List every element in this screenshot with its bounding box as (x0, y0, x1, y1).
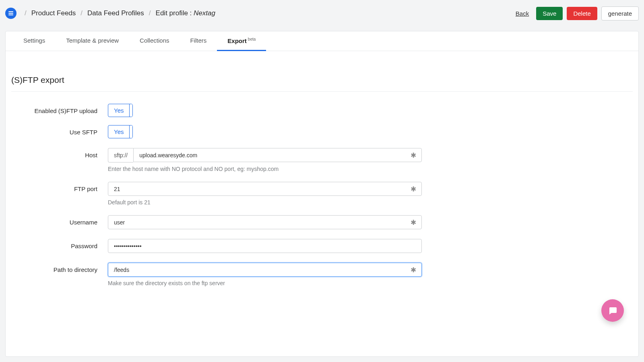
tab-export-badge: beta (248, 37, 256, 41)
tab-settings[interactable]: Settings (13, 31, 56, 51)
path-input[interactable] (108, 263, 422, 277)
chat-icon (608, 306, 617, 315)
label-path: Path to directory (7, 263, 108, 273)
label-username: Username (7, 215, 108, 226)
breadcrumb-current-label: Edit profile : (156, 9, 194, 17)
help-fab[interactable] (601, 299, 624, 322)
label-host: Host (7, 148, 108, 158)
tabs: Settings Template & preview Collections … (6, 31, 638, 51)
host-group: sftp:// ✱ (108, 148, 422, 162)
label-use-sftp: Use SFTP (7, 125, 108, 136)
generate-button[interactable]: generate (601, 6, 639, 21)
tab-export-label: Export (227, 37, 247, 44)
back-link[interactable]: Back (516, 10, 529, 17)
port-input[interactable] (108, 182, 422, 196)
tab-collections[interactable]: Collections (129, 31, 180, 51)
section-sftp-export: (S)FTP export Enabled (S)FTP upload Yes … (6, 51, 638, 286)
breadcrumb-current-value: Nextag (194, 9, 215, 17)
row-username: Username ✱ (7, 215, 637, 229)
toggle-enabled[interactable]: Yes (108, 104, 133, 117)
header: / Product Feeds / Data Feed Profiles / E… (5, 5, 639, 21)
host-prefix: sftp:// (108, 148, 133, 162)
breadcrumb-sep: / (80, 9, 83, 17)
toggle-enabled-value: Yes (108, 107, 129, 114)
path-helper: Make sure the directory exists on the ft… (108, 280, 430, 286)
breadcrumb-sep: / (149, 9, 151, 17)
section-divider (11, 91, 633, 92)
row-path: Path to directory ✱ Make sure the direct… (7, 263, 637, 286)
toggle-handle (129, 104, 132, 117)
breadcrumb: / Product Feeds / Data Feed Profiles / E… (25, 9, 215, 17)
row-host: Host sftp:// ✱ Enter the host name with … (7, 148, 637, 172)
breadcrumb-item-data-feed-profiles[interactable]: Data Feed Profiles (87, 9, 144, 17)
delete-button[interactable]: Delete (567, 7, 597, 20)
label-password: Password (7, 239, 108, 249)
password-input[interactable] (108, 239, 422, 253)
breadcrumb-current: Edit profile : Nextag (156, 9, 215, 17)
header-right: Back Save Delete generate (516, 6, 639, 21)
breadcrumb-sep: / (25, 9, 27, 17)
tab-export[interactable]: Exportbeta (217, 31, 266, 51)
host-helper: Enter the host name with NO protocol and… (108, 166, 430, 172)
main-card: Settings Template & preview Collections … (5, 31, 639, 357)
label-port: FTP port (7, 182, 108, 192)
tab-filters[interactable]: Filters (180, 31, 217, 51)
toggle-handle (129, 125, 132, 138)
header-left: / Product Feeds / Data Feed Profiles / E… (5, 8, 215, 19)
label-enabled: Enabled (S)FTP upload (7, 104, 108, 114)
toggle-use-sftp-value: Yes (108, 128, 129, 135)
row-enabled: Enabled (S)FTP upload Yes (7, 104, 637, 117)
section-title: (S)FTP export (11, 75, 633, 91)
row-password: Password (7, 239, 637, 253)
port-helper: Default port is 21 (108, 199, 430, 206)
save-button[interactable]: Save (536, 7, 563, 20)
row-use-sftp: Use SFTP Yes (7, 125, 637, 138)
toggle-use-sftp[interactable]: Yes (108, 125, 133, 138)
breadcrumb-item-product-feeds[interactable]: Product Feeds (31, 9, 76, 17)
menu-icon[interactable] (5, 8, 17, 19)
tab-template-preview[interactable]: Template & preview (56, 31, 129, 51)
row-port: FTP port ✱ Default port is 21 (7, 182, 637, 206)
username-input[interactable] (108, 215, 422, 229)
host-input[interactable] (133, 148, 422, 162)
